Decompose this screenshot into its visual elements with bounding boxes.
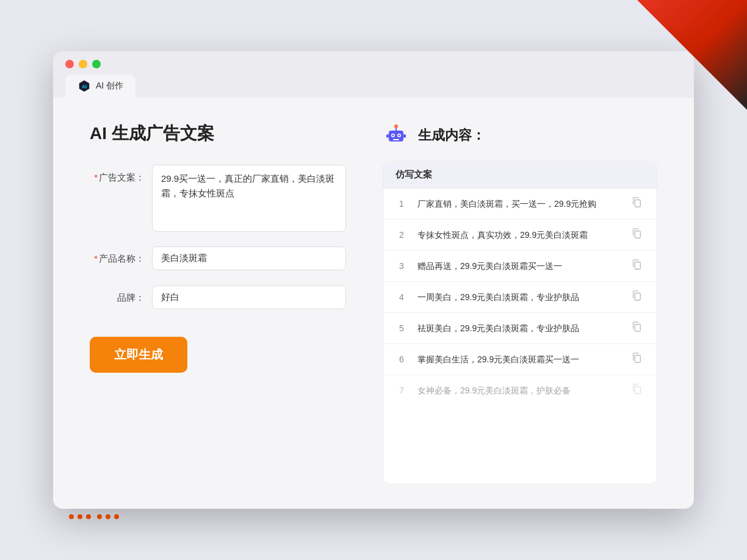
svg-rect-16 — [635, 325, 640, 332]
svg-rect-17 — [635, 356, 640, 363]
svg-point-8 — [394, 124, 398, 128]
row-number: 6 — [395, 354, 408, 364]
browser-content: AI 生成广告文案 *广告文案： *产品名称： 品牌： 立 — [53, 98, 694, 509]
copy-button[interactable] — [631, 228, 644, 242]
result-rows: 1厂家直销，美白淡斑霜，买一送一，29.9元抢购2专抹女性斑点，真实功效，29.… — [383, 188, 657, 406]
tab-label: AI 创作 — [96, 81, 123, 92]
table-row: 5祛斑美白，29.9元美白淡斑霜，专业护肤品 — [383, 313, 657, 344]
table-row: 2专抹女性斑点，真实功效，29.9元美白淡斑霜 — [383, 220, 657, 251]
copy-button[interactable] — [631, 353, 644, 366]
traffic-light-fullscreen[interactable] — [92, 60, 101, 68]
row-number: 7 — [395, 386, 408, 395]
ai-tab-icon: AI — [78, 79, 91, 93]
row-text: 祛斑美白，29.9元美白淡斑霜，专业护肤品 — [417, 322, 621, 335]
copy-button[interactable] — [631, 197, 644, 210]
copy-button[interactable] — [631, 384, 644, 397]
row-text: 厂家直销，美白淡斑霜，买一送一，29.9元抢购 — [417, 198, 621, 210]
browser-window: AI AI 创作 AI 生成广告文案 *广告文案： *产品名称： — [53, 51, 694, 509]
traffic-lights — [65, 60, 682, 68]
ad-copy-label: *广告文案： — [90, 165, 145, 185]
ad-copy-group: *广告文案： — [90, 165, 346, 232]
svg-rect-10 — [386, 134, 389, 138]
table-row: 7女神必备，29.9元美白淡斑霜，护肤必备 — [383, 375, 657, 406]
brand-label: 品牌： — [90, 285, 145, 310]
product-name-group: *产品名称： — [90, 246, 346, 271]
copy-button[interactable] — [631, 321, 644, 335]
row-text: 赠品再送，29.9元美白淡斑霜买一送一 — [417, 260, 621, 273]
left-panel: AI 生成广告文案 *广告文案： *产品名称： 品牌： 立 — [90, 122, 346, 484]
robot-icon — [383, 122, 410, 149]
row-text: 一周美白，29.9元美白淡斑霜，专业护肤品 — [417, 291, 621, 304]
svg-rect-18 — [635, 387, 640, 394]
svg-rect-9 — [393, 139, 399, 140]
table-row: 1厂家直销，美白淡斑霜，买一送一，29.9元抢购 — [383, 188, 657, 220]
svg-rect-12 — [635, 200, 640, 207]
copy-button[interactable] — [631, 290, 644, 304]
svg-rect-13 — [635, 231, 640, 239]
svg-text:AI: AI — [82, 84, 87, 90]
table-row: 3赠品再送，29.9元美白淡斑霜买一送一 — [383, 251, 657, 282]
product-name-input[interactable] — [152, 246, 346, 270]
row-number: 2 — [395, 230, 408, 240]
row-text: 女神必备，29.9元美白淡斑霜，护肤必备 — [417, 384, 621, 397]
required-star-1: * — [94, 172, 98, 182]
table-row: 4一周美白，29.9元美白淡斑霜，专业护肤品 — [383, 282, 657, 313]
svg-point-6 — [399, 135, 400, 137]
row-number: 1 — [395, 199, 408, 209]
browser-tabs: AI AI 创作 — [65, 74, 682, 98]
svg-rect-15 — [635, 293, 640, 301]
row-number: 3 — [395, 261, 408, 271]
right-panel: 生成内容： 仿写文案 1厂家直销，美白淡斑霜，买一送一，29.9元抢购2专抹女性… — [383, 122, 657, 484]
result-title: 生成内容： — [418, 126, 485, 145]
table-header: 仿写文案 — [383, 162, 657, 188]
copy-button[interactable] — [631, 259, 644, 273]
table-row: 6掌握美白生活，29.9元美白淡斑霜买一送一 — [383, 344, 657, 375]
traffic-light-minimize[interactable] — [79, 60, 87, 68]
ad-copy-input[interactable] — [152, 165, 346, 232]
svg-rect-11 — [403, 134, 406, 138]
product-name-label: *产品名称： — [90, 246, 145, 271]
result-table: 仿写文案 1厂家直销，美白淡斑霜，买一送一，29.9元抢购2专抹女性斑点，真实功… — [383, 161, 657, 484]
generate-button[interactable]: 立即生成 — [90, 337, 187, 373]
row-number: 5 — [395, 323, 408, 333]
svg-rect-14 — [635, 262, 640, 270]
traffic-light-close[interactable] — [65, 60, 74, 68]
row-text: 专抹女性斑点，真实功效，29.9元美白淡斑霜 — [417, 229, 621, 242]
svg-point-5 — [392, 135, 394, 137]
page-title: AI 生成广告文案 — [90, 122, 346, 145]
browser-chrome: AI AI 创作 — [53, 51, 694, 98]
brand-group: 品牌： — [90, 285, 346, 310]
row-text: 掌握美白生活，29.9元美白淡斑霜买一送一 — [417, 353, 621, 366]
row-number: 4 — [395, 292, 408, 302]
required-star-2: * — [94, 253, 98, 264]
brand-input[interactable] — [152, 285, 346, 309]
result-header: 生成内容： — [383, 122, 657, 149]
active-tab[interactable]: AI AI 创作 — [65, 74, 135, 98]
bg-dots — [67, 512, 121, 523]
